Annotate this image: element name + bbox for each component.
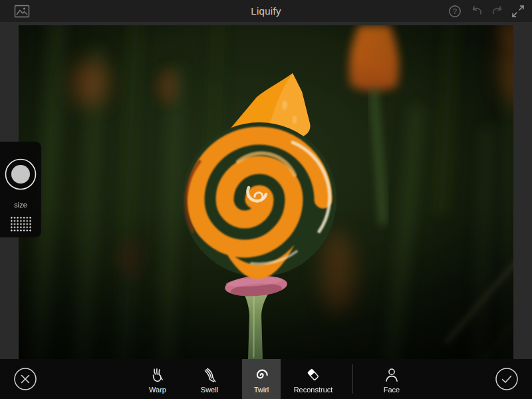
help-icon[interactable]: ?: [447, 3, 463, 19]
tool-face[interactable]: Face: [372, 359, 411, 399]
confirm-button[interactable]: [495, 368, 518, 390]
brush-options-panel: size: [0, 142, 41, 237]
bottom-toolbar: Warp Swell Twirl: [0, 359, 532, 399]
tool-face-label: Face: [384, 386, 400, 394]
brush-size-label: size: [0, 201, 41, 209]
face-icon: [383, 366, 400, 384]
twirl-icon: [253, 366, 270, 384]
fullscreen-icon[interactable]: [510, 3, 526, 19]
toolbar-divider: [352, 364, 353, 394]
brush-hardness-icon[interactable]: [10, 216, 32, 232]
help-glyph: ?: [453, 7, 457, 15]
tool-warp-label: Warp: [149, 386, 166, 394]
reconstruct-icon: [305, 366, 322, 384]
tool-swell-label: Swell: [201, 386, 218, 394]
canvas-area: [0, 22, 532, 359]
tool-swell[interactable]: Swell: [190, 359, 229, 399]
tool-twirl[interactable]: Twirl: [242, 359, 281, 399]
undo-icon[interactable]: [469, 3, 485, 19]
warp-icon: [149, 366, 166, 384]
tool-twirl-label: Twirl: [254, 386, 269, 394]
tool-reconstruct[interactable]: Reconstruct: [294, 359, 332, 399]
brush-size-control[interactable]: [5, 158, 37, 190]
redo-icon[interactable]: [489, 3, 505, 19]
top-bar: Liquify ?: [0, 0, 532, 22]
swell-icon: [201, 366, 218, 384]
tool-group: Warp Swell Twirl: [138, 359, 411, 399]
liquify-screen: Liquify ? size: [0, 0, 532, 399]
photo-canvas[interactable]: [19, 25, 513, 359]
tool-reconstruct-label: Reconstruct: [294, 386, 333, 394]
tool-warp[interactable]: Warp: [138, 359, 177, 399]
cancel-button[interactable]: [14, 368, 37, 390]
